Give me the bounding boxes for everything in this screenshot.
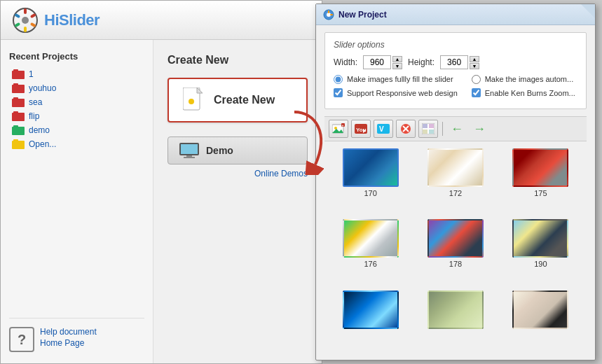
svg-rect-33 — [330, 14, 333, 15]
responsive-label: Support Responsive web design — [347, 89, 458, 97]
height-spin[interactable]: ▲ ▼ — [440, 55, 479, 69]
image-cell-175[interactable]: 175 — [502, 148, 580, 212]
image-thumb-178 — [427, 219, 484, 258]
width-spin[interactable]: ▲ ▼ — [363, 55, 402, 69]
image-thumb-176 — [343, 219, 399, 258]
svg-rect-13 — [13, 97, 18, 99]
radio-fill[interactable] — [334, 75, 343, 84]
svg-rect-19 — [13, 139, 18, 141]
help-links: Help document Home Page — [40, 327, 97, 348]
corner-fold — [581, 4, 595, 18]
dimensions-row: Width: ▲ ▼ Height: ▲ ▼ — [334, 55, 577, 69]
remove-image-button[interactable] — [396, 120, 416, 138]
dialog-body: Slider options Width: ▲ ▼ Height: ▲ ▼ — [316, 25, 595, 360]
image-label-170: 170 — [364, 189, 376, 197]
svg-rect-51 — [429, 130, 434, 134]
image-cell-172[interactable]: 172 — [416, 148, 494, 212]
app-header: HiSlider — [1, 1, 322, 40]
sidebar-item-open[interactable]: Open... — [9, 137, 144, 151]
image-cell-176[interactable]: 176 — [331, 219, 409, 283]
folder-open-icon — [12, 139, 25, 149]
nav-forward-button[interactable]: → — [470, 120, 489, 138]
width-down-btn[interactable]: ▼ — [392, 63, 402, 69]
svg-rect-48 — [423, 124, 427, 128]
image-cell-a3[interactable] — [502, 290, 580, 346]
svg-rect-11 — [13, 83, 18, 85]
help-document-link[interactable]: Help document — [40, 327, 97, 337]
dialog-title-icon — [323, 9, 334, 20]
hislider-logo-icon — [12, 7, 39, 34]
height-label: Height: — [408, 57, 435, 67]
svg-rect-5 — [24, 27, 27, 32]
width-input[interactable] — [363, 55, 391, 69]
project-icon-youhuo — [12, 83, 25, 93]
demo-button[interactable]: Demo — [167, 136, 308, 164]
responsive-checkbox[interactable] — [334, 88, 343, 97]
radio-auto[interactable] — [472, 75, 481, 84]
svg-rect-26 — [186, 155, 192, 157]
svg-rect-18 — [12, 141, 25, 149]
kenburns-label: Enable Ken Burns Zoom... — [485, 89, 575, 97]
project-name-sea: sea — [29, 97, 42, 107]
sidebar: Recent Projects 1 youhuo — [1, 40, 153, 363]
image-thumb-175 — [512, 148, 568, 187]
project-name-1: 1 — [29, 69, 34, 79]
image-thumb-170 — [343, 148, 399, 187]
edit-image-button[interactable] — [418, 120, 438, 138]
height-up-btn[interactable]: ▲ — [470, 56, 479, 62]
radio-fill-label: Make images fullly fill the slider — [347, 75, 453, 83]
nav-back-button[interactable]: ← — [447, 120, 467, 138]
image-cell-170[interactable]: 170 — [331, 148, 409, 212]
image-cell-a1[interactable] — [331, 290, 409, 346]
project-icon-flip — [12, 111, 25, 121]
image-cell-190[interactable]: 190 — [502, 219, 580, 283]
image-cell-178[interactable]: 178 — [416, 219, 494, 283]
add-vimeo-button[interactable]: V — [374, 120, 393, 138]
svg-point-23 — [189, 99, 194, 104]
project-icon-1 — [12, 69, 25, 79]
svg-rect-8 — [12, 71, 25, 79]
svg-rect-2 — [24, 8, 27, 14]
svg-rect-14 — [12, 113, 25, 121]
add-youtube-button[interactable]: You — [351, 120, 371, 138]
height-input[interactable] — [440, 55, 468, 69]
width-spin-buttons: ▲ ▼ — [392, 56, 402, 69]
sidebar-item-demo[interactable]: demo — [9, 123, 144, 137]
create-new-label: Create New — [214, 94, 275, 106]
svg-rect-12 — [12, 99, 25, 107]
project-icon-sea — [12, 97, 25, 107]
edit-image-icon — [422, 123, 435, 134]
image-thumb-172 — [427, 148, 484, 187]
remove-icon — [400, 123, 411, 134]
sidebar-item-sea[interactable]: sea — [9, 95, 144, 109]
image-label-190: 190 — [534, 260, 547, 268]
sidebar-item-1[interactable]: 1 — [9, 67, 144, 81]
svg-rect-50 — [423, 130, 427, 134]
vimeo-icon: V — [377, 124, 390, 134]
image-label-178: 178 — [449, 260, 462, 268]
svg-rect-49 — [429, 124, 434, 128]
sidebar-item-youhuo[interactable]: youhuo — [9, 81, 144, 95]
recent-projects-title: Recent Projects — [9, 51, 144, 62]
home-page-link[interactable]: Home Page — [40, 338, 97, 348]
sidebar-item-flip[interactable]: flip — [9, 109, 144, 123]
image-cell-a2[interactable] — [416, 290, 494, 346]
help-icon: ? — [9, 327, 34, 352]
checkbox-row-2: Enable Ken Burns Zoom... — [472, 88, 575, 97]
kenburns-checkbox[interactable] — [472, 88, 481, 97]
svg-rect-17 — [13, 125, 18, 127]
create-new-button[interactable]: Create New — [167, 78, 308, 122]
project-name-demo: demo — [29, 125, 50, 135]
svg-rect-16 — [12, 127, 25, 135]
app-body: Recent Projects 1 youhuo — [1, 40, 322, 363]
height-down-btn[interactable]: ▼ — [470, 63, 479, 69]
slider-options-section: Slider options Width: ▲ ▼ Height: ▲ ▼ — [324, 32, 587, 109]
svg-rect-15 — [13, 111, 18, 113]
image-grid: 170 172 175 176 178 190 — [324, 141, 587, 353]
add-local-image-button[interactable]: + — [329, 120, 348, 138]
add-local-image-icon: + — [332, 123, 345, 134]
online-demos-link[interactable]: Online Demos — [167, 169, 308, 178]
width-up-btn[interactable]: ▲ — [392, 56, 402, 62]
svg-rect-25 — [181, 144, 198, 154]
svg-rect-27 — [184, 157, 195, 158]
